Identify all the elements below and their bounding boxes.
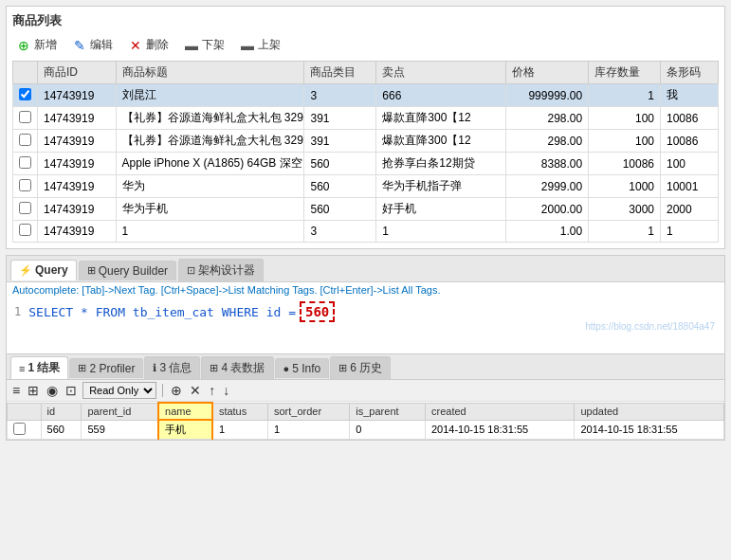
row-price: 298.00	[506, 107, 589, 130]
row-checkbox[interactable]	[13, 84, 38, 107]
row-stock: 1	[589, 221, 661, 243]
product-list-panel: 商品列表 ⊕ 新增 ✎ 编辑 ✕ 删除 ▬ 下架 ▬ 上架 商品ID 商品标题	[6, 6, 725, 249]
data-col-sort-order: sort_order	[267, 403, 349, 420]
designer-icon: ⊡	[187, 264, 195, 277]
row-category: 560	[304, 175, 376, 198]
toolbar-icon3[interactable]: ◉	[45, 382, 60, 399]
tab-builder-label: Query Builder	[99, 264, 168, 278]
col-price: 价格	[506, 62, 589, 84]
toolbar-icon6[interactable]: ✕	[188, 382, 203, 399]
row-category: 391	[304, 107, 376, 130]
data-table-row[interactable]: 560 559 手机 1 1 0 2014-10-15 18:31:55 201…	[8, 420, 724, 440]
toolbar-icon5[interactable]: ⊕	[169, 382, 184, 399]
row-barcode: 10086	[661, 107, 719, 130]
row-stock: 100	[589, 130, 661, 153]
row-id: 14743919	[38, 130, 117, 153]
tab-result[interactable]: ≡ 1 结果	[10, 356, 68, 379]
tab-tabledata-label: 4 表数据	[221, 360, 265, 376]
sql-editor[interactable]: 1 SELECT * FROM tb_item_cat WHERE id = 5…	[7, 298, 724, 354]
tab-history-label: 6 历史	[350, 360, 382, 376]
result-icon: ≡	[19, 363, 25, 374]
table-row[interactable]: 14743919 刘昆江 3 666 999999.00 1 我	[13, 84, 719, 107]
col-selling-point: 卖点	[376, 62, 506, 84]
table-row[interactable]: 14743919 【礼券】谷源道海鲜礼盒大礼包 3298 391 爆款直降300…	[13, 107, 719, 130]
row-title: 刘昆江	[116, 84, 304, 107]
history-icon: ⊞	[338, 362, 347, 374]
row-title: 1	[116, 221, 304, 243]
tab-info5[interactable]: ● 5 Info	[275, 358, 330, 378]
row-price: 1.00	[506, 221, 589, 243]
row-price: 298.00	[506, 130, 589, 153]
tab-profiler[interactable]: ⊞ 2 Profiler	[69, 358, 143, 378]
toolbar-icon8[interactable]: ↓	[221, 382, 231, 399]
row-checkbox[interactable]	[13, 130, 38, 153]
sql-panel: ⚡ Query ⊞ Query Builder ⊡ 架构设计器 Autocomp…	[6, 255, 725, 441]
tab-query-builder[interactable]: ⊞ Query Builder	[79, 261, 176, 280]
row-selling-point: 1	[376, 221, 506, 243]
row-category: 560	[304, 198, 376, 221]
delete-button[interactable]: ✕ 删除	[124, 35, 173, 55]
edit-button[interactable]: ✎ 编辑	[68, 35, 117, 55]
row-id: 14743919	[38, 198, 117, 221]
list-icon: ▬	[240, 38, 255, 53]
data-row-is-parent: 0	[350, 420, 426, 440]
tab-profiler-label: 2 Profiler	[89, 362, 135, 375]
tab-designer[interactable]: ⊡ 架构设计器	[178, 259, 264, 281]
table-row[interactable]: 14743919 1 3 1 1.00 1 1	[13, 221, 719, 243]
toolbar-icon1[interactable]: ≡	[10, 382, 22, 399]
row-checkbox[interactable]	[13, 175, 38, 198]
data-row-checkbox[interactable]	[8, 420, 42, 440]
query-icon: ⚡	[19, 264, 32, 277]
product-table: 商品ID 商品标题 商品类目 卖点 价格 库存数量 条形码 14743919 刘…	[12, 61, 719, 243]
delist-button[interactable]: ▬ 下架	[180, 35, 228, 55]
tab-designer-label: 架构设计器	[198, 262, 255, 279]
data-col-parent-id: parent_id	[82, 403, 158, 420]
tab-info3[interactable]: ℹ 3 信息	[144, 356, 200, 379]
toolbar-icon7[interactable]: ↑	[207, 382, 217, 399]
list-button[interactable]: ▬ 上架	[236, 35, 284, 55]
row-category: 560	[304, 153, 376, 175]
row-title: 华为	[116, 175, 304, 198]
watermark: https://blog.csdn.net/18804a47	[585, 320, 715, 331]
tab-tabledata[interactable]: ⊞ 4 表数据	[201, 356, 273, 379]
info3-icon: ℹ	[153, 362, 156, 374]
row-id: 14743919	[38, 153, 117, 175]
toolbar-icon4[interactable]: ⊡	[64, 382, 79, 399]
builder-icon: ⊞	[87, 264, 96, 277]
delete-label: 删除	[146, 37, 169, 53]
tab-query-label: Query	[35, 263, 68, 277]
table-row[interactable]: 14743919 Apple iPhone X (A1865) 64GB 深空 …	[13, 153, 719, 175]
row-checkbox[interactable]	[13, 107, 38, 130]
row-title: 华为手机	[116, 198, 304, 221]
read-only-select[interactable]: Read OnlyEditable	[82, 382, 156, 399]
row-checkbox[interactable]	[13, 198, 38, 221]
table-row[interactable]: 14743919 华为手机 560 好手机 2000.00 3000 2000	[13, 198, 719, 221]
row-checkbox[interactable]	[13, 221, 38, 243]
tabledata-icon: ⊞	[210, 362, 218, 374]
row-stock: 100	[589, 107, 661, 130]
sql-value-highlight: 560	[300, 301, 335, 322]
row-category: 391	[304, 130, 376, 153]
toolbar-icon2[interactable]: ⊞	[26, 382, 41, 399]
row-title: Apple iPhone X (A1865) 64GB 深空	[116, 153, 304, 175]
row-title: 【礼券】谷源道海鲜礼盒大礼包 3298	[116, 130, 304, 153]
data-col-name: name	[158, 403, 212, 420]
row-stock: 3000	[589, 198, 661, 221]
edit-label: 编辑	[90, 37, 113, 53]
table-row[interactable]: 14743919 华为 560 华为手机指子弹 2999.00 1000 100…	[13, 175, 719, 198]
row-checkbox[interactable]	[13, 153, 38, 175]
table-row[interactable]: 14743919 【礼券】谷源道海鲜礼盒大礼包 3298 391 爆款直降300…	[13, 130, 719, 153]
data-row-parent-id: 559	[82, 420, 158, 440]
add-button[interactable]: ⊕ 新增	[12, 35, 61, 55]
add-label: 新增	[34, 37, 57, 53]
row-barcode: 2000	[661, 198, 719, 221]
row-category: 3	[304, 84, 376, 107]
row-barcode: 我	[661, 84, 719, 107]
tab-query[interactable]: ⚡ Query	[10, 260, 77, 280]
data-col-updated: updated	[575, 403, 724, 420]
tab-history[interactable]: ⊞ 6 历史	[330, 356, 391, 379]
data-row-name: 手机	[158, 420, 212, 440]
row-price: 2000.00	[506, 198, 589, 221]
separator1	[162, 384, 163, 397]
row-id: 14743919	[38, 175, 117, 198]
